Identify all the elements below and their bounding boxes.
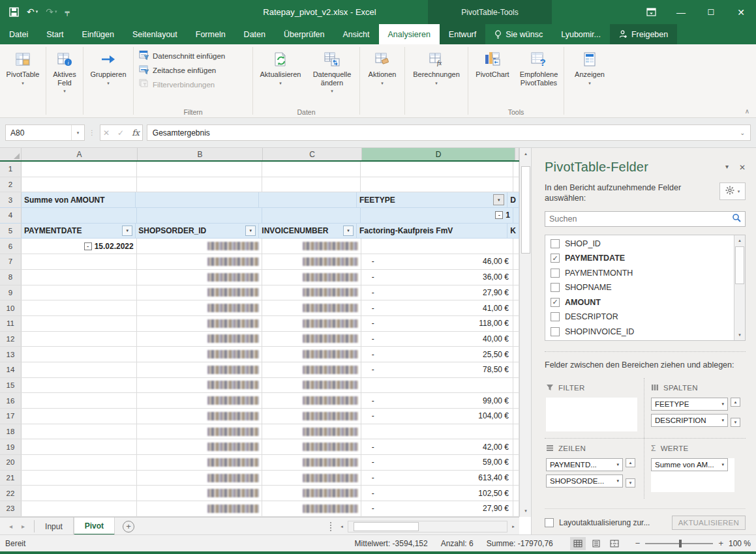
cell-b6[interactable]: [137, 239, 262, 254]
cell-a13[interactable]: [22, 347, 137, 362]
row-header[interactable]: 19: [0, 439, 22, 454]
cell-e15[interactable]: [513, 378, 519, 393]
field-checkbox[interactable]: [551, 269, 560, 278]
field-item-shopname[interactable]: SHOPNAME: [545, 280, 734, 295]
cell-e3[interactable]: D: [507, 192, 519, 207]
cell-e14[interactable]: [513, 362, 519, 377]
tab-formeln[interactable]: Formeln: [187, 24, 235, 44]
cell-b5[interactable]: SHOPSORDER_ID▾: [136, 224, 259, 239]
collapse-date-icon[interactable]: -: [84, 242, 92, 250]
insert-function-icon[interactable]: fx: [132, 128, 140, 138]
page-layout-view-icon[interactable]: [588, 537, 604, 550]
customize-qat-icon[interactable]: ╤: [65, 8, 70, 16]
cell-c12[interactable]: [262, 332, 361, 347]
cell-c17[interactable]: [262, 409, 361, 424]
vertical-scrollbar[interactable]: ▴ ▾: [519, 148, 531, 517]
account-name[interactable]: Lyubomir...: [552, 24, 610, 44]
cell-c5[interactable]: INVOICENUMBER▾: [259, 224, 357, 239]
tell-me-box[interactable]: Sie wünsc: [485, 24, 552, 44]
cell-d1[interactable]: [361, 162, 513, 177]
row-header[interactable]: 16: [0, 393, 22, 408]
pane-options-icon[interactable]: ▾: [725, 163, 729, 172]
row-header[interactable]: 3: [0, 192, 22, 207]
field-item-paymentdate[interactable]: ✓PAYMENTDATE: [545, 251, 734, 266]
row-header[interactable]: 18: [0, 424, 22, 439]
rows-spinner[interactable]: ▲▼: [626, 458, 635, 488]
cell-c16[interactable]: [262, 393, 361, 408]
field-scroll-thumb[interactable]: [735, 246, 744, 284]
cell-a7[interactable]: [22, 254, 137, 269]
cell-c14[interactable]: [262, 362, 361, 377]
row-header[interactable]: 10: [0, 300, 22, 315]
cell-a8[interactable]: [22, 270, 137, 285]
field-item-shop_id[interactable]: SHOP_ID: [545, 237, 734, 252]
feetype-filter-icon[interactable]: ▾: [493, 194, 504, 205]
cell-d18[interactable]: [361, 424, 513, 439]
row-header[interactable]: 8: [0, 270, 22, 285]
tab-seitenlayout[interactable]: Seitenlayout: [123, 24, 187, 44]
field-search-input[interactable]: Suchen: [545, 211, 746, 227]
field-item-shopinvoice_id[interactable]: SHOPINVOICE_ID: [545, 325, 734, 340]
hscroll-thumb[interactable]: [354, 522, 419, 531]
cell-d11[interactable]: -118,00 €: [361, 316, 513, 331]
cell-e23[interactable]: [513, 501, 519, 516]
cell-a11[interactable]: [22, 316, 137, 331]
cell-a17[interactable]: [22, 409, 137, 424]
area-chip[interactable]: PAYMENTD...▾: [546, 458, 623, 471]
page-break-view-icon[interactable]: [607, 537, 622, 550]
insert-slicer-button[interactable]: Datenschnitt einfügen: [139, 50, 225, 61]
cell-d7[interactable]: -46,00 €: [361, 254, 513, 269]
field-checkbox[interactable]: [551, 239, 560, 248]
area-chip[interactable]: FEETYPE▾: [651, 398, 728, 411]
cell-c6[interactable]: [262, 239, 361, 254]
values-area[interactable]: Σ WERTE Summe von AM...▾: [644, 438, 746, 499]
cell-c8[interactable]: [262, 270, 361, 285]
field-checkbox[interactable]: ✓: [551, 254, 560, 263]
tab-entwurf[interactable]: Entwurf: [440, 24, 485, 44]
row-header[interactable]: 6: [0, 239, 22, 254]
cell-a4[interactable]: [22, 208, 137, 223]
undo-icon[interactable]: ↶▾: [27, 7, 38, 17]
row-header[interactable]: 9: [0, 285, 22, 300]
calculations-button[interactable]: fx Berechnungen ▾: [406, 46, 466, 86]
actions-button[interactable]: Aktionen ▾: [361, 46, 403, 86]
formula-input[interactable]: Gesamtergebnis ⌄: [147, 124, 751, 141]
vscroll-thumb[interactable]: [521, 166, 530, 254]
cell-a5[interactable]: PAYMENTDATE▾: [22, 224, 136, 239]
defer-layout-checkbox[interactable]: [545, 518, 554, 527]
invoicenumber-filter-icon[interactable]: ▾: [343, 226, 354, 236]
field-checkbox[interactable]: [551, 327, 560, 336]
cell-d4[interactable]: -1: [361, 208, 513, 223]
cell-b3[interactable]: [136, 192, 259, 207]
col-header-a[interactable]: A: [22, 148, 138, 160]
cell-b11[interactable]: [137, 316, 262, 331]
cell-c4[interactable]: [262, 208, 361, 223]
grid-rows[interactable]: 123Summe von AMOUNTFEETYPE▾D4-15PAYMENTD…: [0, 162, 519, 517]
cell-e21[interactable]: [513, 471, 519, 486]
row-header[interactable]: 5: [0, 224, 22, 239]
paymentdate-filter-icon[interactable]: ▾: [122, 226, 132, 236]
zoom-out-icon[interactable]: −: [635, 538, 641, 548]
field-list[interactable]: SHOP_ID✓PAYMENTDATEPAYMENTMONTHSHOPNAME✓…: [545, 235, 746, 341]
cell-a18[interactable]: [22, 424, 137, 439]
cell-a12[interactable]: [22, 332, 137, 347]
cell-d12[interactable]: -40,00 €: [361, 332, 513, 347]
cell-d21[interactable]: -613,40 €: [361, 471, 513, 486]
cell-d19[interactable]: -42,00 €: [361, 439, 513, 454]
tab-analysieren[interactable]: Analysieren: [379, 24, 440, 44]
cell-b21[interactable]: [137, 471, 262, 486]
row-header[interactable]: 13: [0, 347, 22, 362]
cell-c21[interactable]: [262, 471, 361, 486]
maximize-button[interactable]: ☐: [696, 0, 726, 24]
cell-d6[interactable]: [361, 239, 513, 254]
cell-b18[interactable]: [137, 424, 262, 439]
cell-b2[interactable]: [137, 177, 262, 192]
show-button[interactable]: Anzeigen ▾: [566, 46, 613, 86]
field-checkbox[interactable]: [551, 312, 560, 321]
cell-d5[interactable]: Factoring-Kaufpreis FmV: [357, 224, 507, 239]
cell-a6[interactable]: -15.02.2022: [22, 239, 137, 254]
cell-a22[interactable]: [22, 486, 137, 501]
cell-e7[interactable]: [513, 254, 519, 269]
cell-a14[interactable]: [22, 362, 137, 377]
close-button[interactable]: ✕: [726, 0, 756, 24]
